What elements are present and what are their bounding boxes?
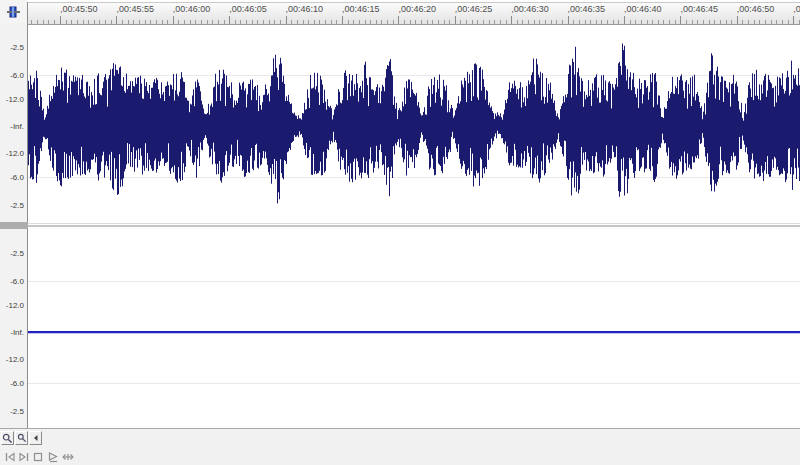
go-to-start-button[interactable] bbox=[3, 450, 16, 463]
playbar-row bbox=[0, 447, 800, 465]
time-ruler[interactable]: ,00:45:50,00:45:55,00:46:00,00:46:05,00:… bbox=[27, 2, 800, 25]
db-label-channel-2: -12.0 bbox=[6, 301, 24, 310]
bottom-bar bbox=[0, 429, 800, 465]
ruler-time-label: ,00:46:20 bbox=[398, 4, 436, 14]
zoom-scroll-row bbox=[0, 429, 800, 447]
ruler-time-label: ,00 bbox=[793, 4, 800, 14]
ruler-time-label: ,00:45:50 bbox=[60, 4, 98, 14]
magnifier-small-icon bbox=[17, 433, 27, 443]
play-button[interactable] bbox=[46, 450, 59, 463]
gridline-ch2-top bbox=[28, 281, 800, 282]
ruler-time-label: ,00:46:25 bbox=[455, 4, 493, 14]
audio-editor-window: ,00:45:50,00:45:55,00:46:00,00:46:05,00:… bbox=[0, 0, 800, 465]
stop-button[interactable] bbox=[31, 450, 44, 463]
ruler-time-label: ,00:45:55 bbox=[116, 4, 154, 14]
scrub-icon bbox=[62, 451, 74, 463]
ruler-time-label: ,00:46:30 bbox=[511, 4, 549, 14]
db-label-channel-1: -2.5 bbox=[10, 43, 24, 52]
zoom-out-button[interactable] bbox=[15, 431, 28, 445]
db-label-channel-2: -6.0 bbox=[10, 277, 24, 286]
db-label-channel-2: -Inf. bbox=[10, 328, 24, 337]
db-label-channel-2: -12.0 bbox=[6, 355, 24, 364]
ruler-time-label: ,00:46:00 bbox=[173, 4, 211, 14]
go-to-start-icon bbox=[4, 451, 16, 463]
db-label-channel-2: -6.0 bbox=[10, 379, 24, 388]
channel-divider-gutter bbox=[0, 222, 28, 229]
go-to-end-icon bbox=[18, 451, 30, 463]
db-label-channel-2: -2.5 bbox=[10, 407, 24, 416]
stop-icon bbox=[32, 451, 44, 463]
ruler-time-label: ,00:46:45 bbox=[680, 4, 718, 14]
ruler-time-label: ,00:46:40 bbox=[624, 4, 662, 14]
zoom-normal-button[interactable] bbox=[1, 431, 14, 445]
db-label-channel-1: -12.0 bbox=[6, 149, 24, 158]
db-label-channel-1: -6.0 bbox=[10, 173, 24, 182]
db-label-channel-1: -2.5 bbox=[10, 201, 24, 210]
channel-divider-line bbox=[28, 225, 800, 227]
magnifier-icon bbox=[2, 433, 13, 444]
ruler-time-label: ,00:46:10 bbox=[286, 4, 324, 14]
play-icon bbox=[47, 451, 59, 463]
db-label-channel-2: -2.5 bbox=[10, 249, 24, 258]
go-to-end-button[interactable] bbox=[17, 450, 30, 463]
timeline-marker-icon[interactable] bbox=[7, 6, 20, 19]
scroll-left-button[interactable] bbox=[29, 431, 42, 445]
ruler-time-label: ,00:46:15 bbox=[342, 4, 380, 14]
ruler-gutter bbox=[0, 0, 27, 24]
left-arrow-icon bbox=[32, 434, 40, 442]
scrub-button[interactable] bbox=[61, 450, 74, 463]
channel-2-silence-line-halo bbox=[28, 333, 800, 334]
db-label-channel-1: -Inf. bbox=[10, 122, 24, 131]
gridline-ch2-bottom bbox=[28, 383, 800, 384]
channel-1-waveform[interactable] bbox=[28, 23, 800, 222]
db-label-channel-1: -6.0 bbox=[10, 71, 24, 80]
db-label-channel-1: -12.0 bbox=[6, 95, 24, 104]
ruler-time-label: ,00:46:50 bbox=[737, 4, 775, 14]
ruler-time-label: ,00:46:35 bbox=[568, 4, 606, 14]
ruler-time-label: ,00:46:05 bbox=[229, 4, 267, 14]
